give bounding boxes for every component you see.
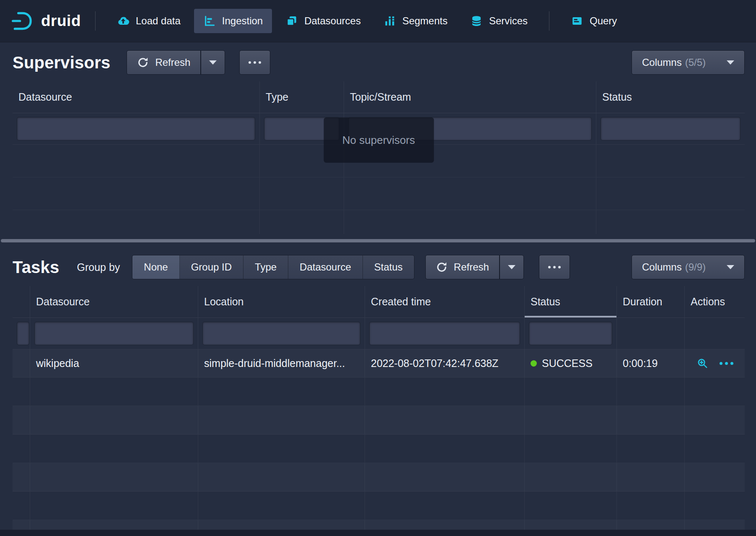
nav-item-label: Services [489, 15, 528, 27]
nav-item-label: Load data [136, 15, 181, 27]
filter-created-time-input[interactable] [370, 322, 520, 345]
filter-first-input[interactable] [17, 322, 29, 345]
search-plus-icon[interactable] [696, 357, 709, 369]
nav-item-load-data[interactable]: Load data [108, 9, 190, 33]
filter-status-input[interactable] [529, 322, 612, 345]
task-status-cell[interactable]: SUCCESS [525, 349, 617, 377]
filter-location-input[interactable] [203, 322, 360, 345]
bottom-strip [0, 530, 756, 536]
supervisors-refresh-interval-button[interactable] [201, 51, 225, 74]
task-duration-cell: 0:00:19 [617, 349, 685, 377]
supervisors-refresh-button[interactable]: Refresh [127, 51, 200, 74]
group-by-datasource-button[interactable]: Datasource [288, 255, 363, 279]
column-header-type[interactable]: Type [260, 81, 344, 113]
column-header-actions[interactable]: Actions [685, 286, 745, 317]
druid-logo[interactable]: druid [11, 11, 81, 31]
nav-item-label: Segments [402, 15, 448, 27]
empty-row [13, 406, 745, 435]
column-header-status[interactable]: Status [525, 286, 617, 317]
more-dots-icon [249, 61, 261, 64]
caret-down-icon [727, 265, 734, 269]
nav-item-datasources[interactable]: Datasources [276, 9, 370, 33]
column-header-created-time[interactable]: Created time [365, 286, 525, 317]
tasks-toolbar: Tasks Group by None Group ID Type Dataso… [0, 247, 756, 286]
column-header-topic-stream[interactable]: Topic/Stream [344, 81, 596, 113]
supervisors-table-header: Datasource Type Topic/Stream Status [13, 81, 745, 113]
empty-row [13, 492, 745, 520]
task-more-actions-icon[interactable] [720, 362, 733, 365]
tasks-columns-button[interactable]: Columns(9/9) [632, 255, 744, 279]
tasks-title: Tasks [13, 258, 59, 277]
group-by-status-button[interactable]: Status [363, 255, 414, 279]
supervisors-toolbar: Supervisors Refresh Columns(5/5) [0, 42, 756, 81]
filter-type-input[interactable] [264, 117, 339, 140]
supervisors-more-button[interactable] [240, 51, 270, 74]
filter-topic-stream-input[interactable] [349, 117, 591, 140]
bar-chart-icon [383, 15, 396, 27]
task-location-cell[interactable]: simple-druid-middlemanager... [198, 349, 365, 377]
column-header-location[interactable]: Location [198, 286, 365, 317]
cloud-upload-icon [117, 15, 129, 27]
success-dot-icon [531, 360, 537, 367]
columns-label: Columns(5/5) [642, 57, 706, 68]
refresh-label: Refresh [155, 57, 190, 68]
group-by-type-button[interactable]: Type [243, 255, 288, 279]
group-by-group-id-button[interactable]: Group ID [180, 255, 243, 279]
task-row-wikipedia[interactable]: wikipedia simple-druid-middlemanager... … [13, 349, 745, 377]
column-header-status[interactable]: Status [596, 81, 745, 113]
nav-item-query[interactable]: Query [562, 9, 626, 33]
nav-item-services[interactable]: Services [461, 9, 537, 33]
filter-datasource-input[interactable] [35, 322, 193, 345]
task-datasource-cell[interactable]: wikipedia [30, 349, 198, 377]
refresh-label: Refresh [454, 261, 489, 273]
druid-logo-icon [11, 11, 34, 31]
nav-item-segments[interactable]: Segments [374, 9, 457, 33]
tasks-table: Datasource Location Created time Status … [13, 286, 745, 536]
empty-row [13, 145, 745, 177]
column-header-blank [13, 286, 30, 317]
filter-datasource-input[interactable] [17, 117, 255, 140]
tasks-more-button[interactable] [539, 255, 570, 279]
more-dots-icon [548, 266, 561, 268]
group-by-none-button[interactable]: None [132, 255, 179, 279]
caret-down-icon [508, 265, 515, 269]
empty-row [13, 463, 745, 492]
tasks-refresh-button[interactable]: Refresh [426, 255, 499, 279]
tasks-table-header: Datasource Location Created time Status … [13, 286, 745, 318]
refresh-icon [137, 57, 149, 68]
refresh-icon [436, 261, 448, 273]
navbar-divider [95, 11, 96, 31]
console-icon [571, 15, 583, 27]
supervisors-columns-button[interactable]: Columns(5/5) [632, 51, 744, 74]
supervisors-filter-row [13, 113, 745, 145]
task-actions-cell [685, 349, 745, 377]
tasks-filter-row [13, 318, 745, 349]
nav-item-label: Query [590, 15, 617, 27]
nav-item-ingestion[interactable]: Ingestion [194, 9, 272, 33]
tasks-refresh-interval-button[interactable] [500, 255, 523, 279]
column-header-datasource[interactable]: Datasource [13, 81, 260, 113]
empty-row [13, 377, 745, 406]
columns-label: Columns(9/9) [642, 261, 706, 273]
nav-item-label: Ingestion [222, 15, 263, 27]
database-icon [470, 15, 483, 27]
group-by-segmented-control: None Group ID Type Datasource Status [132, 255, 414, 279]
column-header-duration[interactable]: Duration [617, 286, 685, 317]
empty-row [13, 435, 745, 463]
task-created-time-cell[interactable]: 2022-08-02T07:42:47.638Z [365, 349, 525, 377]
stacked-squares-icon [285, 15, 298, 27]
column-header-datasource[interactable]: Datasource [30, 286, 198, 317]
empty-row [13, 177, 745, 210]
supervisors-title: Supervisors [13, 53, 110, 72]
filter-status-input[interactable] [601, 117, 740, 140]
empty-row [13, 210, 745, 234]
top-navbar: druid Load data Ingestion Datasources Se… [0, 0, 756, 42]
ingestion-chart-icon [203, 15, 216, 27]
brand-text: druid [41, 12, 81, 30]
nav-item-label: Datasources [304, 15, 361, 27]
tasks-refresh-group: Refresh [426, 255, 523, 279]
horizontal-scrollbar[interactable] [1, 239, 755, 242]
group-by-label: Group by [77, 261, 120, 273]
navbar-divider [549, 11, 549, 31]
caret-down-icon [727, 60, 734, 65]
